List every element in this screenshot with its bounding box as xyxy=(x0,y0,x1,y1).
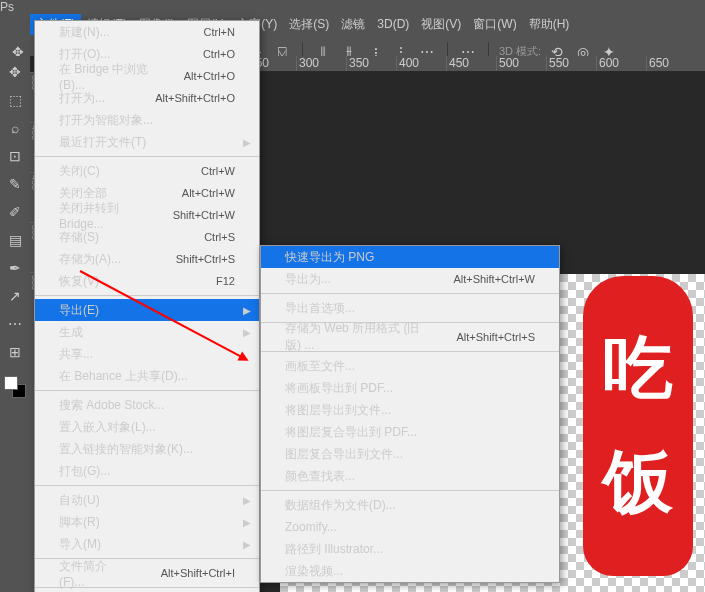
menu-item[interactable]: 最近打开文件(T)▶ xyxy=(35,131,259,153)
edit-toolbar-icon[interactable]: ⊞ xyxy=(3,340,27,364)
menu-10[interactable]: 帮助(H) xyxy=(523,14,576,35)
move-tool-icon[interactable]: ✥ xyxy=(3,60,27,84)
menu-item[interactable]: 置入嵌入对象(L)... xyxy=(35,416,259,438)
menu-item[interactable]: 打开为...Alt+Shift+Ctrl+O xyxy=(35,87,259,109)
menu-item[interactable]: 新建(N)...Ctrl+N xyxy=(35,21,259,43)
menu-item: 将图层复合导出到 PDF... xyxy=(261,421,559,443)
tools-panel: ✥ ⬚ ⌕ ⊡ ✎ ✐ ▤ ✒ ↗ ⋯ ⊞ xyxy=(0,56,30,398)
eyedropper-tool-icon[interactable]: ✎ xyxy=(3,172,27,196)
menu-item: 将画板导出到 PDF... xyxy=(261,377,559,399)
lasso-tool-icon[interactable]: ⌕ xyxy=(3,116,27,140)
menu-item[interactable]: 置入链接的智能对象(K)... xyxy=(35,438,259,460)
menu-item[interactable]: 恢复(V)F12 xyxy=(35,270,259,292)
menu-item[interactable]: 关闭(C)Ctrl+W xyxy=(35,160,259,182)
canvas-artwork: 吃 饭 xyxy=(583,276,693,576)
menu-item[interactable]: 颜色查找表... xyxy=(261,465,559,487)
menu-item[interactable]: 导出首选项... xyxy=(261,297,559,319)
menu-item[interactable]: 搜索 Adobe Stock... xyxy=(35,394,259,416)
menu-item[interactable]: 将图层导出到文件... xyxy=(261,399,559,421)
menu-item[interactable]: 存储为 Web 所用格式 (旧版) ...Alt+Shift+Ctrl+S xyxy=(261,326,559,348)
menu-item[interactable]: 存储为(A)...Shift+Ctrl+S xyxy=(35,248,259,270)
app-icon: Ps xyxy=(0,0,705,14)
menu-item[interactable]: 导入(M)▶ xyxy=(35,533,259,555)
char-2: 饭 xyxy=(603,436,673,530)
menu-item[interactable]: 在 Bridge 中浏览(B)...Alt+Ctrl+O xyxy=(35,65,259,87)
more-icon[interactable]: ⋯ xyxy=(3,312,27,336)
brush-tool-icon[interactable]: ✐ xyxy=(3,200,27,224)
menu-item[interactable]: 生成▶ xyxy=(35,321,259,343)
menu-item[interactable]: 打开为智能对象... xyxy=(35,109,259,131)
menu-item[interactable]: 渲染视频... xyxy=(261,560,559,582)
menu-item[interactable]: 脚本(R)▶ xyxy=(35,511,259,533)
export-submenu: 快速导出为 PNG导出为...Alt+Shift+Ctrl+W导出首选项...存… xyxy=(260,245,560,583)
marquee-tool-icon[interactable]: ⬚ xyxy=(3,88,27,112)
menu-item: 图层复合导出到文件... xyxy=(261,443,559,465)
menu-item[interactable]: 导出为...Alt+Shift+Ctrl+W xyxy=(261,268,559,290)
char-1: 吃 xyxy=(603,322,673,416)
menu-item[interactable]: 路径到 Illustrator... xyxy=(261,538,559,560)
menu-item: 数据组作为文件(D)... xyxy=(261,494,559,516)
menu-item[interactable]: 导出(E)▶ xyxy=(35,299,259,321)
menu-item: 打包(G)... xyxy=(35,460,259,482)
menu-9[interactable]: 窗口(W) xyxy=(467,14,522,35)
menu-5[interactable]: 选择(S) xyxy=(283,14,335,35)
pen-tool-icon[interactable]: ✒ xyxy=(3,256,27,280)
gradient-tool-icon[interactable]: ▤ xyxy=(3,228,27,252)
menu-item[interactable]: 自动(U)▶ xyxy=(35,489,259,511)
crop-tool-icon[interactable]: ⊡ xyxy=(3,144,27,168)
menu-item[interactable]: 文件简介(F)...Alt+Shift+Ctrl+I xyxy=(35,562,259,584)
menu-8[interactable]: 视图(V) xyxy=(415,14,467,35)
color-swatch[interactable] xyxy=(4,376,26,398)
menu-item[interactable]: 关闭并转到 Bridge...Shift+Ctrl+W xyxy=(35,204,259,226)
menu-item[interactable]: 存储(S)Ctrl+S xyxy=(35,226,259,248)
path-tool-icon[interactable]: ↗ xyxy=(3,284,27,308)
menu-item[interactable]: 快速导出为 PNG xyxy=(261,246,559,268)
menu-7[interactable]: 3D(D) xyxy=(371,15,415,33)
menu-6[interactable]: 滤镜 xyxy=(335,14,371,35)
menu-item[interactable]: Zoomify... xyxy=(261,516,559,538)
menu-item[interactable]: 在 Behance 上共享(D)... xyxy=(35,365,259,387)
menu-item: 画板至文件... xyxy=(261,355,559,377)
